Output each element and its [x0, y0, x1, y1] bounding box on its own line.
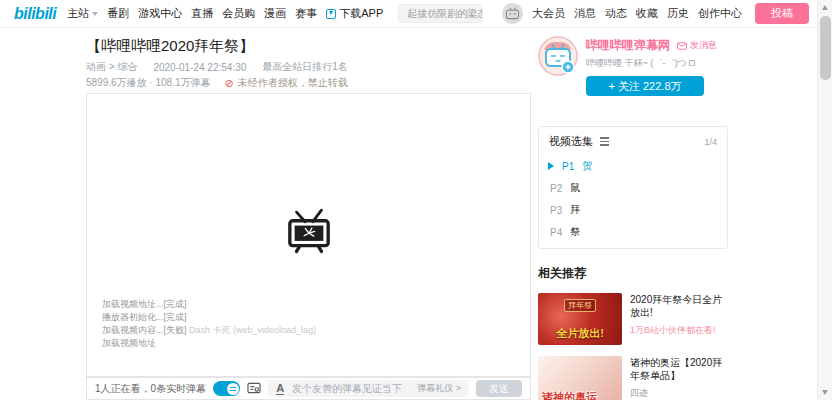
danmaku-input-field: A 弹幕礼仪 >: [268, 380, 469, 397]
danmaku-send-button[interactable]: 发送: [476, 380, 522, 397]
playlist-header: 视频选集 1/4: [539, 134, 727, 155]
recommend-title-text[interactable]: 诸神的奥运【2020拜年祭单品】: [630, 356, 728, 382]
publish-time: 2020-01-24 22:54:30: [153, 62, 246, 73]
nav-history[interactable]: 历史: [667, 6, 689, 21]
download-app-icon: [326, 9, 336, 19]
danmaku-toggle[interactable]: [213, 381, 240, 396]
log-error-detail: Dash 卡死 (web_videoload_lag): [189, 325, 316, 335]
playlist-item-p1[interactable]: P1 贺: [539, 155, 727, 177]
bilibili-video-page: bilibili 主站 番剧 游戏中心 直播 会员购 漫画 赛事 下载APP 大…: [0, 0, 832, 400]
scrollbar-thumb[interactable]: [820, 16, 831, 80]
uploader-avatar[interactable]: [538, 36, 578, 76]
related-recommend-title: 相关推荐: [538, 265, 728, 282]
scroll-up-arrow-icon[interactable]: [822, 5, 828, 10]
log-line: 加载视频地址: [102, 337, 316, 350]
broken-tv-icon: [286, 208, 332, 254]
nav-favorites[interactable]: 收藏: [636, 6, 658, 21]
rank-badge: 最高全站日排行1名: [262, 60, 348, 74]
scroll-down-arrow-icon[interactable]: [822, 390, 828, 395]
recommend-title-text[interactable]: 2020拜年祭今日全片放出!: [630, 293, 728, 319]
nav-messages[interactable]: 消息: [574, 6, 596, 21]
uploader-name[interactable]: 哔哩哔哩弹幕网: [586, 37, 670, 54]
video-player[interactable]: 加载视频地址...[完成] 播放器初始化...[完成] 加载视频内容...[失败…: [86, 93, 531, 377]
nav-vip-shop[interactable]: 会员购: [222, 6, 255, 21]
envelope-icon: [677, 42, 687, 50]
uploader-card: 哔哩哔哩弹幕网 发消息 哔哩哔哩 干杯~ (゜-゜)つロ + 关注 222.8万: [538, 36, 728, 90]
top-navbar: bilibili 主站 番剧 游戏中心 直播 会员购 漫画 赛事 下载APP 大…: [0, 0, 817, 28]
thumb-main-text: 诸神的奥运: [542, 390, 597, 400]
danmaku-input[interactable]: [292, 383, 409, 394]
nav-bangumi[interactable]: 番剧: [107, 6, 129, 21]
playlist-page-indicator: 1/4: [704, 137, 717, 147]
danmaku-style-icon[interactable]: A: [276, 383, 284, 395]
recommend-highlight-desc: 1万B站小伙伴都在看!: [630, 324, 728, 337]
nav-game-center[interactable]: 游戏中心: [138, 6, 182, 21]
player-loading-log: 加载视频地址...[完成] 播放器初始化...[完成] 加载视频内容...[失败…: [102, 298, 316, 350]
watching-count: 1人正在看，0条实时弹幕: [95, 382, 206, 396]
video-title: 【哔哩哔哩2020拜年祭】: [86, 37, 254, 56]
no-reprint-notice: ⊘ 未经作者授权，禁止转载: [225, 76, 348, 90]
forbidden-icon: ⊘: [225, 78, 234, 89]
playlist-item-p3[interactable]: P3 拜: [539, 199, 727, 221]
danmaku-sendbar: 1人正在看，0条实时弹幕 A 弹幕礼仪 > 发送: [86, 377, 531, 400]
send-message-link[interactable]: 发消息: [677, 39, 717, 52]
recommend-item-1[interactable]: 拜年祭 全片放出! 2020拜年祭今日全片放出! 1万B站小伙伴都在看!: [538, 293, 728, 345]
nav-vip[interactable]: 大会员: [532, 6, 565, 21]
view-danmaku-stats: 5899.6万播放 · 108.1万弹幕: [86, 76, 211, 90]
danmaku-settings-icon[interactable]: [247, 382, 261, 395]
log-line: 加载视频地址...[完成]: [102, 298, 316, 311]
recommend-item-2[interactable]: 诸神的奥运 诸神的奥运【2020拜年祭单品】 四迹 247.1万播放 · 2.8…: [538, 356, 728, 400]
nav-download-app[interactable]: 下载APP: [326, 6, 383, 21]
thumb-badge-text: 拜年祭: [564, 299, 596, 312]
follow-button[interactable]: + 关注 222.8万: [586, 76, 704, 96]
search-input[interactable]: [399, 5, 483, 22]
sidebar: 哔哩哔哩弹幕网 发消息 哔哩哔哩 干杯~ (゜-゜)つロ + 关注 222.8万…: [538, 36, 728, 400]
nav-dynamics[interactable]: 动态: [605, 6, 627, 21]
recommend-thumbnail-2[interactable]: 诸神的奥运: [538, 356, 622, 400]
playlist-title: 视频选集: [549, 134, 593, 149]
user-avatar[interactable]: [502, 3, 523, 24]
nav-live[interactable]: 直播: [191, 6, 213, 21]
video-meta-row2: 5899.6万播放 · 108.1万弹幕 ⊘ 未经作者授权，禁止转载: [86, 76, 348, 90]
chevron-down-icon: [92, 12, 98, 16]
recommend-thumbnail-1[interactable]: 拜年祭 全片放出!: [538, 293, 622, 345]
page-scrollbar[interactable]: [817, 0, 832, 400]
danmaku-etiquette-link[interactable]: 弹幕礼仪 >: [417, 382, 461, 395]
nav-manga[interactable]: 漫画: [264, 6, 286, 21]
upload-button[interactable]: 投稿: [755, 3, 809, 24]
nav-creator-center[interactable]: 创作中心: [698, 6, 742, 21]
log-line: 播放器初始化...[完成]: [102, 311, 316, 324]
nav-main-site[interactable]: 主站: [67, 6, 98, 21]
recommend-uploader[interactable]: 四迹: [630, 387, 728, 400]
playing-icon: [548, 162, 554, 170]
breadcrumb[interactable]: 动画 > 综合: [86, 60, 137, 74]
list-icon[interactable]: [600, 137, 609, 146]
nav-esports[interactable]: 赛事: [295, 6, 317, 21]
log-line: 加载视频内容...[失败] Dash 卡死 (web_videoload_lag…: [102, 324, 316, 337]
danmaku-toggle-knob: [227, 383, 239, 395]
thumb-main-text: 全片放出!: [538, 326, 622, 341]
playlist-item-p2[interactable]: P2 鼠: [539, 177, 727, 199]
playlist-card: 视频选集 1/4 P1 贺 P2 鼠 P3 拜 P4 祭: [538, 126, 728, 249]
tv-face-icon: [505, 7, 520, 20]
playlist-item-p4[interactable]: P4 祭: [539, 221, 727, 243]
video-meta-row1: 动画 > 综合 2020-01-24 22:54:30 最高全站日排行1名: [86, 60, 348, 74]
bilibili-logo[interactable]: bilibili: [14, 5, 56, 23]
uploader-signature: 哔哩哔哩 干杯~ (゜-゜)つロ: [586, 57, 728, 70]
search-box: [398, 4, 483, 23]
